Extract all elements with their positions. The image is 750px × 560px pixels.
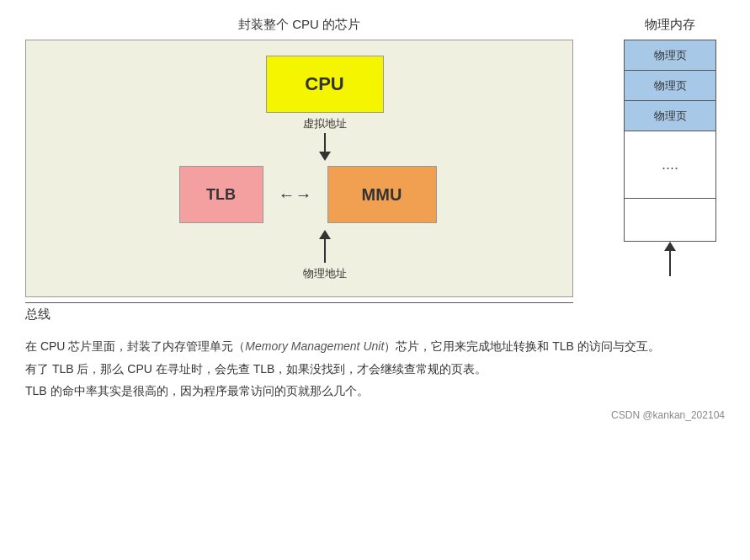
arrow-up-mem-icon xyxy=(664,242,676,251)
mem-arrow-up xyxy=(664,242,676,276)
memory-box: 物理页 物理页 物理页 .... xyxy=(624,40,716,242)
italic-text: Memory Management Unit xyxy=(245,339,384,353)
memory-area: 物理内存 物理页 物理页 物理页 .... xyxy=(615,17,725,276)
arrow-line-up xyxy=(324,239,326,263)
text-section: 在 CPU 芯片里面，封装了内存管理单元（Memory Management U… xyxy=(25,335,725,403)
paragraph-3: TLB 的命中率其实是很高的，因为程序最常访问的页就那么几个。 xyxy=(25,380,725,403)
mem-dots: .... xyxy=(625,131,715,199)
chip-label: 封装整个 CPU 的芯片 xyxy=(25,17,573,33)
paragraph-1: 在 CPU 芯片里面，封装了内存管理单元（Memory Management U… xyxy=(25,335,725,358)
chip-area: 封装整个 CPU 的芯片 CPU 虚拟地址 TLB xyxy=(25,17,573,323)
bus-label: 总线 xyxy=(25,302,573,323)
mmu-tlb-row: TLB ←→ MMU xyxy=(41,166,557,223)
mem-page-3: 物理页 xyxy=(625,101,715,131)
mmu-block: MMU xyxy=(327,166,437,223)
footer-credit: CSDN @kankan_202104 xyxy=(25,409,725,421)
arrow-down-icon xyxy=(319,152,331,161)
mem-page-1: 物理页 xyxy=(625,40,715,71)
physical-addr-label: 物理地址 xyxy=(303,266,347,281)
paragraph-2: 有了 TLB 后，那么 CPU 在寻址时，会先查 TLB，如果没找到，才会继续查… xyxy=(25,358,725,381)
page-container: 封装整个 CPU 的芯片 CPU 虚拟地址 TLB xyxy=(25,17,725,421)
arrow-line-down xyxy=(324,133,326,152)
mem-page-2: 物理页 xyxy=(625,71,715,101)
diagram-section: 封装整个 CPU 的芯片 CPU 虚拟地址 TLB xyxy=(25,17,725,323)
chip-box: CPU 虚拟地址 TLB ←→ xyxy=(25,40,573,297)
memory-label: 物理内存 xyxy=(645,17,695,33)
cpu-block: CPU xyxy=(266,56,384,113)
double-arrow-icon: ←→ xyxy=(279,185,312,205)
arrow-line-mem xyxy=(669,251,671,276)
arrow-up-icon xyxy=(319,230,331,239)
tlb-block: TLB xyxy=(179,166,263,223)
virtual-addr-label: 虚拟地址 xyxy=(303,116,347,131)
mem-empty xyxy=(625,199,715,241)
